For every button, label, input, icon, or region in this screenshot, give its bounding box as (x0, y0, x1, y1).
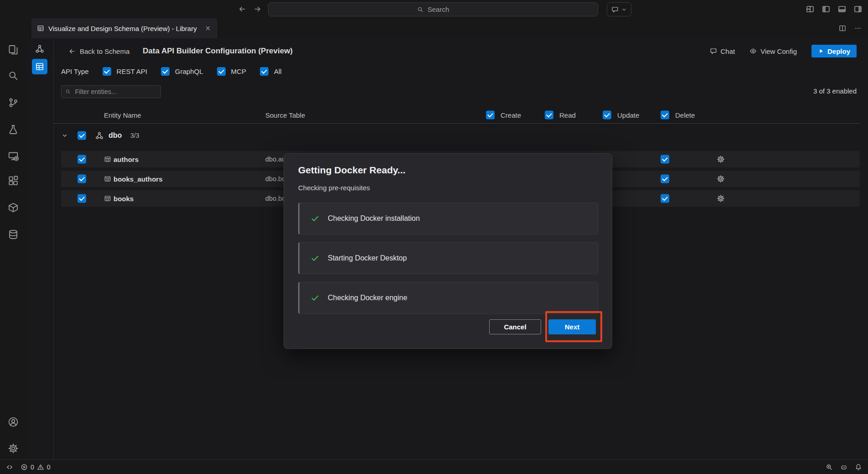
api-type-option-graphql[interactable]: GraphQL (161, 67, 203, 76)
toggle-primary-sidebar-button[interactable] (822, 5, 830, 13)
filter-entities-field[interactable] (61, 85, 161, 98)
beaker-icon (8, 124, 19, 135)
chevron-down-icon[interactable] (61, 132, 68, 139)
column-entity-name: Entity Name (104, 111, 141, 119)
layout-controls (806, 0, 862, 18)
delete-checkbox[interactable] (661, 194, 669, 203)
notifications-button[interactable] (855, 464, 862, 471)
error-icon (21, 464, 28, 471)
copilot-chat-icon (611, 6, 619, 13)
api-type-option-mcp[interactable]: MCP (217, 67, 246, 76)
account-button[interactable] (8, 417, 19, 427)
toggle-secondary-sidebar-button[interactable] (854, 5, 862, 13)
eye-icon (749, 47, 757, 55)
chat-button[interactable]: Chat (710, 47, 735, 55)
mcp-checkbox[interactable] (217, 67, 226, 76)
schema-group-row[interactable]: dbo 3/3 (53, 127, 860, 144)
split-editor-button[interactable] (839, 25, 846, 32)
close-tab-button[interactable] (205, 25, 211, 31)
step-item: Checking Docker installation (298, 203, 598, 234)
search-icon (8, 70, 19, 81)
copilot-icon (840, 464, 847, 471)
sidebar-item-source-control[interactable] (8, 97, 19, 108)
sidebar-item-remote-explorer[interactable] (8, 151, 19, 161)
nav-forward-button[interactable] (253, 5, 262, 13)
step-label: Checking Docker installation (328, 214, 420, 223)
page-title: Data API Builder Configuration (Preview) (143, 47, 293, 56)
sidebar-item-extensions[interactable] (8, 176, 19, 187)
row-settings-gear-icon[interactable] (717, 155, 725, 163)
rest-api-checkbox[interactable] (103, 67, 111, 76)
entity-name: authors (114, 156, 139, 163)
customize-layout-button[interactable] (806, 5, 814, 13)
chat-label: Chat (721, 47, 735, 55)
sidebar-item-explorer[interactable] (8, 44, 19, 55)
more-actions-button[interactable] (854, 25, 862, 32)
search-icon (417, 6, 424, 13)
schema-visualizer-tab[interactable] (32, 41, 47, 57)
view-config-button[interactable]: View Config (749, 47, 797, 55)
check-icon (310, 254, 320, 263)
row-settings-gear-icon[interactable] (717, 175, 725, 183)
api-type-option-rest[interactable]: REST API (103, 67, 147, 76)
check-icon (310, 293, 320, 302)
back-to-schema-button[interactable]: Back to Schema (68, 47, 129, 55)
dab-config-tab[interactable] (32, 59, 47, 74)
status-bar: 0 0 (0, 459, 868, 474)
activity-bar (0, 18, 27, 459)
step-label: Checking Docker engine (328, 294, 407, 302)
sidebar-item-database[interactable] (8, 229, 19, 240)
sidebar-right-icon (854, 5, 862, 13)
database-icon (8, 229, 19, 240)
column-delete: Delete (675, 111, 695, 119)
row-settings-gear-icon[interactable] (717, 194, 725, 203)
settings-button[interactable] (8, 443, 19, 454)
group-checkbox[interactable] (78, 131, 86, 140)
deploy-button[interactable]: Deploy (811, 45, 857, 57)
api-type-option-all[interactable]: All (260, 67, 282, 76)
read-all-checkbox[interactable] (545, 111, 553, 120)
page-header-actions: Chat View Config Deploy (710, 45, 857, 57)
zoom-magnifier-icon (826, 464, 833, 471)
tab-title: Visualize and Design Schema (Preview) - … (48, 25, 201, 32)
delete-checkbox[interactable] (661, 175, 669, 183)
next-button[interactable]: Next (548, 319, 596, 334)
remote-indicator[interactable] (6, 464, 13, 471)
update-all-checkbox[interactable] (603, 111, 611, 120)
all-checkbox[interactable] (260, 67, 269, 76)
row-checkbox[interactable] (78, 194, 86, 203)
warning-icon (37, 464, 44, 471)
filter-entities-input[interactable] (74, 88, 157, 96)
source-control-icon (8, 97, 19, 108)
step-item: Starting Docker Desktop (298, 242, 598, 274)
create-all-checkbox[interactable] (486, 111, 495, 120)
problems-indicator[interactable]: 0 0 (21, 464, 51, 471)
step-label: Starting Docker Desktop (328, 254, 407, 262)
cancel-button[interactable]: Cancel (489, 319, 541, 334)
sidebar-item-testing[interactable] (8, 124, 19, 135)
toggle-panel-button[interactable] (838, 5, 846, 13)
chat-bubble-icon (710, 47, 717, 55)
command-center-search[interactable]: Search (268, 2, 598, 16)
remote-icon (6, 464, 13, 471)
editor-tab-bar: Visualize and Design Schema (Preview) - … (26, 18, 868, 39)
schema-designer-icon (37, 25, 44, 32)
editor-tab[interactable]: Visualize and Design Schema (Preview) - … (31, 18, 217, 38)
sidebar-item-search[interactable] (8, 70, 19, 81)
delete-checkbox[interactable] (661, 155, 669, 164)
search-label: Search (428, 5, 450, 13)
sidebar-item-containers[interactable] (8, 202, 19, 213)
row-checkbox[interactable] (78, 175, 86, 183)
delete-all-checkbox[interactable] (661, 111, 669, 120)
rest-api-label: REST API (117, 68, 147, 75)
prerequisite-steps: Checking Docker installation Starting Do… (298, 203, 598, 322)
copilot-menu-button[interactable] (607, 2, 631, 16)
copilot-status[interactable] (840, 464, 847, 471)
nav-back-button[interactable] (238, 5, 246, 13)
zoom-indicator[interactable] (826, 464, 833, 471)
row-checkbox[interactable] (78, 155, 86, 164)
explorer-icon (8, 44, 19, 55)
designer-icon-strip (26, 38, 54, 459)
play-icon (818, 48, 824, 54)
graphql-checkbox[interactable] (161, 67, 170, 76)
